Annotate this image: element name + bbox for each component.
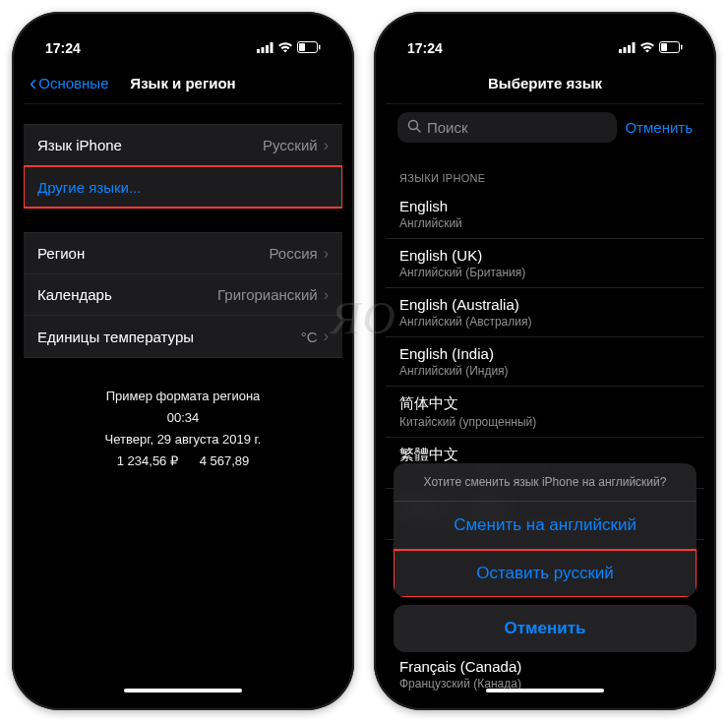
chevron-right-icon: › [324,137,329,154]
action-sheet-container: Хотите сменить язык iPhone на английский… [386,463,704,698]
value: Россия › [269,245,329,263]
notch [104,24,262,49]
wifi-icon [639,40,655,56]
content-left: Язык iPhone Русский › Другие языки... Ре… [24,124,342,472]
signal-icon [619,40,636,56]
svg-line-15 [417,129,421,133]
example-heading: Пример формата региона [24,386,342,407]
search-bar: Поиск Отменить [386,104,704,154]
svg-rect-1 [262,47,265,53]
group-language: Язык iPhone Русский › Другие языки... [24,124,342,209]
back-label: Основные [38,75,108,91]
value: °C › [301,328,329,345]
action-sheet: Хотите сменить язык iPhone на английский… [394,463,697,597]
cancel-sheet-button[interactable]: Отменить [394,605,697,652]
list-item[interactable]: English (Australia)Английский (Австралия… [386,288,704,337]
row-temperature[interactable]: Единицы температуры °C › [24,316,342,357]
sheet-title: Хотите сменить язык iPhone на английский… [394,463,697,502]
cancel-search-button[interactable]: Отменить [625,119,693,136]
label: Календарь [37,286,112,303]
phone-right: 17:24 Выберите язык Поиск [374,12,716,710]
svg-rect-0 [257,49,260,53]
row-calendar[interactable]: Календарь Григорианский › [24,274,342,316]
signal-icon [257,40,273,56]
page-title: Язык и регион [130,75,235,91]
svg-rect-3 [271,42,273,53]
screen-right: 17:24 Выберите язык Поиск [386,24,704,698]
svg-rect-9 [628,45,631,53]
notch [466,24,624,49]
row-other-languages[interactable]: Другие языки... [24,166,342,208]
svg-rect-5 [299,43,305,51]
example-date: Четверг, 29 августа 2019 г. [24,429,342,451]
search-placeholder: Поиск [427,119,468,136]
svg-rect-7 [619,49,622,53]
example-time: 00:34 [24,407,342,429]
list-item[interactable]: English (UK)Английский (Британия) [386,239,704,288]
list-item[interactable]: English (India)Английский (Индия) [386,337,704,387]
phone-left: 17:24 ‹ Основные Язык и регион [12,12,354,710]
status-time: 17:24 [45,40,81,56]
list-item-below[interactable]: Français (Canada) Французский (Канада) [386,652,704,691]
svg-rect-2 [266,45,269,53]
home-indicator[interactable] [124,689,242,692]
search-input[interactable]: Поиск [397,112,617,143]
svg-rect-10 [633,42,636,53]
battery-icon [659,40,683,56]
battery-icon [297,40,321,56]
back-button[interactable]: ‹ Основные [30,73,109,94]
status-time: 17:24 [407,40,443,56]
row-iphone-language[interactable]: Язык iPhone Русский › [24,125,342,166]
group-region: Регион Россия › Календарь Григорианский … [24,232,342,358]
label: Другие языки... [37,179,141,196]
label: Единицы температуры [37,329,194,345]
list-item[interactable]: EnglishАнглийский [386,190,704,239]
change-language-button[interactable]: Сменить на английский [394,502,697,550]
chevron-left-icon: ‹ [30,73,36,94]
search-icon [407,119,421,136]
nav-bar: Выберите язык [386,63,704,104]
wifi-icon [277,40,293,56]
keep-language-button[interactable]: Оставить русский [394,550,697,597]
screen-left: 17:24 ‹ Основные Язык и регион [24,24,342,698]
svg-rect-12 [661,43,667,51]
chevron-right-icon: › [324,245,329,263]
svg-rect-13 [681,45,683,50]
status-right [257,40,321,56]
status-right [619,40,683,56]
value: Русский › [263,137,329,154]
section-header: ЯЗЫКИ IPHONE [386,154,704,190]
region-format-example: Пример формата региона 00:34 Четверг, 29… [24,386,342,472]
label: Регион [37,245,85,262]
page-title: Выберите язык [394,75,697,91]
label: Язык iPhone [37,137,122,153]
home-indicator[interactable] [486,689,604,692]
svg-rect-8 [624,47,627,53]
value: Григорианский › [217,286,329,304]
list-item[interactable]: 简体中文Китайский (упрощенный) [386,387,704,438]
chevron-right-icon: › [324,286,329,304]
nav-bar: ‹ Основные Язык и регион [24,63,342,104]
svg-rect-6 [319,45,321,50]
row-region[interactable]: Регион Россия › [24,233,342,274]
chevron-right-icon: › [324,328,329,345]
example-numbers: 1 234,56 ₽ 4 567,89 [24,451,342,472]
